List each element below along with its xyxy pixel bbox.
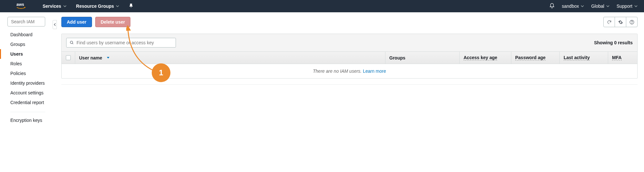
sidebar-item-label: Credential report <box>10 100 44 105</box>
pin-icon[interactable] <box>129 4 133 9</box>
svg-point-2 <box>632 23 632 23</box>
chevron-down-icon <box>116 5 119 8</box>
main-content: Add user Delete user Showin <box>52 12 644 125</box>
select-all-header <box>62 52 75 64</box>
chevron-down-icon <box>63 5 66 8</box>
sidebar-item-label: Encryption keys <box>10 118 42 123</box>
nav-region[interactable]: Global <box>591 4 609 9</box>
sidebar-item-label: Identity providers <box>10 81 45 86</box>
column-access-key-age[interactable]: Access key age <box>460 52 511 64</box>
nav-resource-groups-label: Resource Groups <box>76 4 114 9</box>
sidebar-item-label: Roles <box>10 61 22 66</box>
sidebar-item-roles[interactable]: Roles <box>0 59 52 69</box>
sidebar-item-dashboard[interactable]: Dashboard <box>0 30 52 39</box>
column-password-age[interactable]: Password age <box>511 52 560 64</box>
notifications-icon[interactable] <box>549 3 555 10</box>
empty-state-text: There are no IAM users. <box>313 69 363 74</box>
top-nav: aws Services Resource Groups sandbox Glo… <box>0 0 644 12</box>
user-filter-input[interactable] <box>77 40 172 45</box>
user-filter-field <box>66 38 176 48</box>
svg-text:aws: aws <box>16 2 24 7</box>
action-row: Add user Delete user <box>61 17 638 27</box>
sidebar-item-policies[interactable]: Policies <box>0 69 52 78</box>
results-count: Showing 0 results <box>594 40 633 45</box>
users-table: User name Groups Access key age Password… <box>62 52 637 78</box>
add-user-button[interactable]: Add user <box>61 17 92 27</box>
sidebar-item-label: Groups <box>10 42 25 47</box>
sidebar-item-label: Dashboard <box>10 32 33 37</box>
select-all-checkbox[interactable] <box>66 55 71 60</box>
sidebar-item-label: Account settings <box>10 90 44 95</box>
column-label: Access key age <box>464 55 497 60</box>
gear-icon <box>618 20 623 25</box>
sidebar-item-users[interactable]: Users <box>0 49 52 59</box>
sidebar-item-identity-providers[interactable]: Identity providers <box>0 78 52 88</box>
nav-region-label: Global <box>591 4 604 9</box>
annotation-number: 1 <box>159 68 163 77</box>
nav-services-label: Services <box>43 4 61 9</box>
sidebar: Dashboard Groups Users Roles Policies Id… <box>0 12 52 125</box>
nav-services[interactable]: Services <box>43 4 66 9</box>
nav-left: Services Resource Groups <box>43 4 133 9</box>
column-label: Password age <box>515 55 546 60</box>
sidebar-item-label: Policies <box>10 71 26 76</box>
delete-user-button[interactable]: Delete user <box>95 17 130 27</box>
column-label: Last activity <box>564 55 590 60</box>
search-icon <box>70 40 74 45</box>
svg-point-3 <box>70 41 73 44</box>
delete-user-label: Delete user <box>101 19 125 25</box>
settings-button[interactable] <box>615 17 626 27</box>
help-button[interactable] <box>626 17 638 27</box>
learn-more-link[interactable]: Learn more <box>363 69 386 74</box>
column-mfa[interactable]: MFA <box>608 52 637 64</box>
table-header-row: User name Groups Access key age Password… <box>62 52 637 64</box>
users-panel: Showing 0 results User name Groups Ac <box>61 34 638 79</box>
panel-header: Showing 0 results <box>62 34 637 52</box>
refresh-button[interactable] <box>603 17 615 27</box>
column-label: Groups <box>389 55 405 60</box>
chevron-left-icon <box>54 23 56 26</box>
sidebar-item-groups[interactable]: Groups <box>0 39 52 49</box>
column-username[interactable]: User name <box>75 52 385 64</box>
chevron-down-icon <box>634 5 638 8</box>
sidebar-collapse-handle[interactable] <box>53 20 57 29</box>
sidebar-item-credential-report[interactable]: Credential report <box>0 98 52 107</box>
content-divider <box>61 84 638 85</box>
chevron-down-icon <box>606 5 609 8</box>
help-icon <box>629 20 634 25</box>
column-groups[interactable]: Groups <box>385 52 460 64</box>
nav-account[interactable]: sandbox <box>562 4 584 9</box>
column-last-activity[interactable]: Last activity <box>560 52 608 64</box>
add-user-label: Add user <box>67 19 87 25</box>
nav-resource-groups[interactable]: Resource Groups <box>76 4 119 9</box>
column-label: MFA <box>612 55 622 60</box>
aws-logo[interactable]: aws <box>16 2 30 10</box>
sidebar-divider <box>10 112 45 112</box>
sort-down-icon <box>107 57 109 59</box>
nav-right: sandbox Global Support <box>549 3 638 10</box>
sidebar-search <box>7 17 45 27</box>
toolbar-icon-group <box>604 17 638 27</box>
nav-support-label: Support <box>617 4 632 9</box>
nav-account-label: sandbox <box>562 4 579 9</box>
refresh-icon <box>607 20 612 25</box>
empty-state-row: There are no IAM users. Learn more <box>62 64 637 78</box>
sidebar-item-encryption-keys[interactable]: Encryption keys <box>0 115 52 125</box>
nav-support[interactable]: Support <box>617 4 638 9</box>
chevron-down-icon <box>581 5 584 8</box>
column-label: User name <box>79 55 102 60</box>
sidebar-item-account-settings[interactable]: Account settings <box>0 88 52 98</box>
sidebar-item-label: Users <box>10 51 23 57</box>
annotation-step-1: 1 <box>152 63 170 82</box>
sidebar-search-input[interactable] <box>7 17 45 27</box>
svg-line-4 <box>72 43 73 44</box>
